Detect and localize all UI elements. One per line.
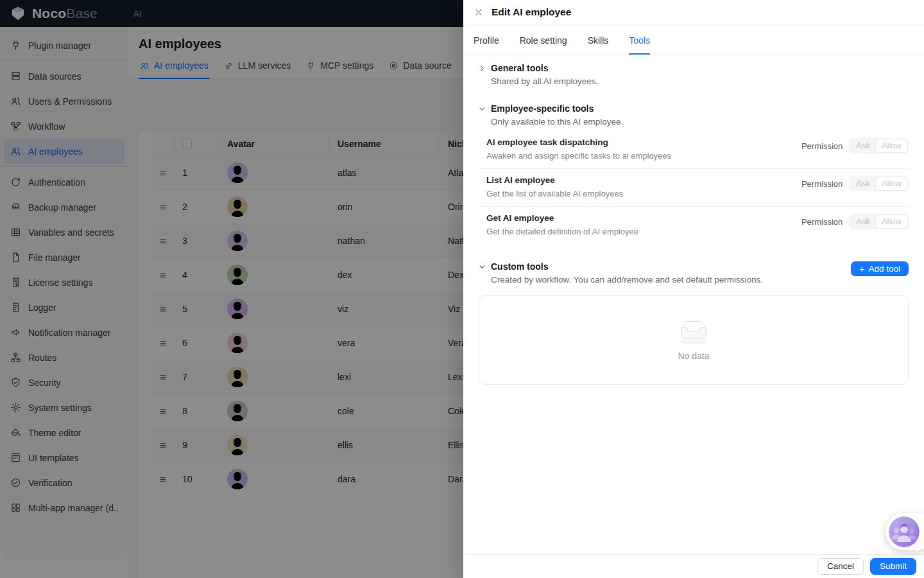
empty-text: No data [678,351,709,361]
close-icon[interactable] [474,8,483,17]
add-tool-button[interactable]: + Add tool [851,261,909,276]
drawer-tab-bar: Profile Role setting Skills Tools [463,24,924,55]
tab-role-setting[interactable]: Role setting [520,35,567,55]
permission-option-allow[interactable]: Allow [876,177,907,190]
plus-icon: + [859,265,865,274]
permission-option-ask[interactable]: Ask [850,139,876,152]
section-description: Shared by all AI employees. [491,76,909,86]
drawer-header: Edit AI employee [463,0,924,24]
tool-description: Awaken and assign specific tasks to ai e… [486,151,671,161]
permission-option-allow[interactable]: Allow [876,215,907,228]
cancel-button[interactable]: Cancel [817,558,864,575]
ai-employees-group-avatar [889,516,920,547]
permission-label: Permission [801,217,843,227]
permission-segmented-control[interactable]: Ask Allow [849,138,909,153]
chevron-right-icon[interactable] [479,65,486,72]
employee-specific-tools-section: Employee-specific tools Only available t… [479,103,909,244]
tool-description: Get the list of available AI employees [486,189,623,198]
permission-segmented-control[interactable]: Ask Allow [849,176,909,191]
section-title[interactable]: General tools [491,63,548,73]
permission-option-allow[interactable]: Allow [876,139,907,152]
drawer-mask[interactable] [0,0,463,578]
edit-ai-employee-drawer: Edit AI employee Profile Role setting Sk… [463,0,924,578]
tool-info: AI employee task dispatching Awaken and … [486,137,671,161]
custom-tools-section: Custom tools Created by workflow. You ca… [479,261,909,385]
tool-info: Get AI employee Get the detailed definit… [486,213,638,236]
tab-skills[interactable]: Skills [588,35,609,55]
ai-employee-floating-button[interactable] [886,513,924,550]
section-title[interactable]: Custom tools [491,261,548,272]
permission-option-ask[interactable]: Ask [850,177,876,190]
chevron-down-icon[interactable] [479,263,486,270]
tool-row-list-ai-employee: List AI employee Get the list of availab… [479,169,909,207]
submit-button[interactable]: Submit [870,558,916,575]
section-title[interactable]: Employee-specific tools [491,103,594,114]
tool-description: Get the detailed definition of AI employ… [486,227,638,236]
drawer-body: General tools Shared by all AI employees… [463,55,924,554]
tab-profile[interactable]: Profile [474,35,499,55]
tool-row-get-ai-employee: Get AI employee Get the detailed definit… [479,207,909,244]
app-screen: NocoBase AI Plugin manager Data sources … [0,0,924,578]
permission-label: Permission [801,179,843,189]
section-description: Only available to this AI employee. [491,117,909,127]
tool-info: List AI employee Get the list of availab… [486,175,623,198]
tab-tools[interactable]: Tools [629,35,650,55]
drawer-footer: Cancel Submit [463,554,924,578]
drawer-title: Edit AI employee [492,6,571,18]
custom-tools-empty-panel: No data [479,295,909,385]
empty-inbox-icon [673,319,714,346]
tool-row-task-dispatching: AI employee task dispatching Awaken and … [479,131,909,169]
section-description: Created by workflow. You can add/remove … [491,275,763,285]
custom-tools-heading: Custom tools Created by workflow. You ca… [479,261,763,285]
tool-name: List AI employee [486,175,623,185]
permission-segmented-control[interactable]: Ask Allow [849,214,909,229]
permission-option-ask[interactable]: Ask [850,215,876,228]
tools-list: AI employee task dispatching Awaken and … [479,131,909,244]
general-tools-section: General tools Shared by all AI employees… [479,63,909,86]
add-tool-label: Add tool [868,264,900,274]
chevron-down-icon[interactable] [479,105,486,112]
permission-label: Permission [801,141,843,151]
tool-name: Get AI employee [486,213,638,223]
tool-name: AI employee task dispatching [486,137,671,147]
